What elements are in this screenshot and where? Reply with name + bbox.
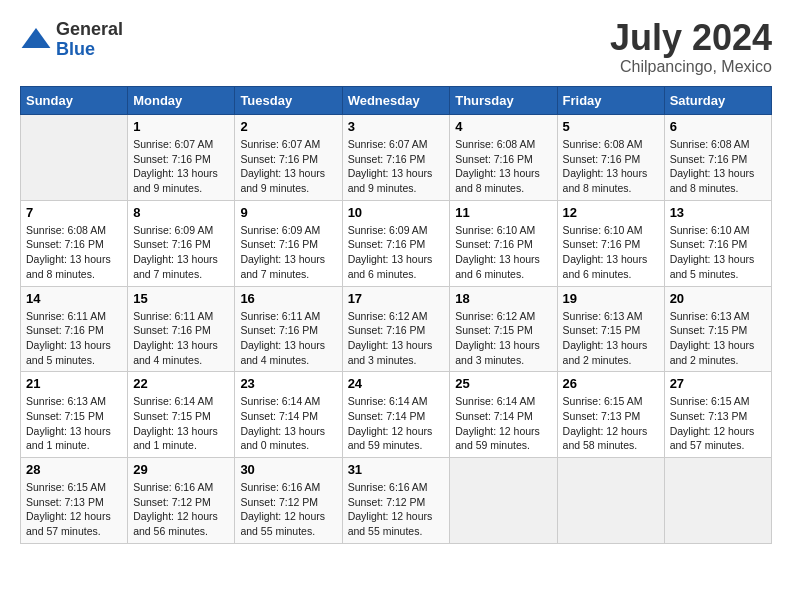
day-number: 6 (670, 119, 766, 134)
day-number: 20 (670, 291, 766, 306)
calendar-cell: 25Sunrise: 6:14 AM Sunset: 7:14 PM Dayli… (450, 372, 557, 458)
day-number: 11 (455, 205, 551, 220)
day-info: Sunrise: 6:15 AM Sunset: 7:13 PM Dayligh… (563, 394, 659, 453)
calendar-cell: 11Sunrise: 6:10 AM Sunset: 7:16 PM Dayli… (450, 200, 557, 286)
day-info: Sunrise: 6:14 AM Sunset: 7:14 PM Dayligh… (455, 394, 551, 453)
day-info: Sunrise: 6:09 AM Sunset: 7:16 PM Dayligh… (240, 223, 336, 282)
calendar-cell: 21Sunrise: 6:13 AM Sunset: 7:15 PM Dayli… (21, 372, 128, 458)
calendar-cell: 24Sunrise: 6:14 AM Sunset: 7:14 PM Dayli… (342, 372, 450, 458)
page-header: General Blue July 2024 Chilpancingo, Mex… (20, 20, 772, 76)
calendar-cell: 10Sunrise: 6:09 AM Sunset: 7:16 PM Dayli… (342, 200, 450, 286)
day-info: Sunrise: 6:13 AM Sunset: 7:15 PM Dayligh… (26, 394, 122, 453)
day-header-sunday: Sunday (21, 87, 128, 115)
day-info: Sunrise: 6:10 AM Sunset: 7:16 PM Dayligh… (455, 223, 551, 282)
calendar-week-1: 1Sunrise: 6:07 AM Sunset: 7:16 PM Daylig… (21, 115, 772, 201)
calendar-cell: 9Sunrise: 6:09 AM Sunset: 7:16 PM Daylig… (235, 200, 342, 286)
day-info: Sunrise: 6:07 AM Sunset: 7:16 PM Dayligh… (240, 137, 336, 196)
calendar-cell: 28Sunrise: 6:15 AM Sunset: 7:13 PM Dayli… (21, 458, 128, 544)
day-number: 19 (563, 291, 659, 306)
day-number: 15 (133, 291, 229, 306)
day-info: Sunrise: 6:14 AM Sunset: 7:14 PM Dayligh… (240, 394, 336, 453)
day-number: 27 (670, 376, 766, 391)
day-info: Sunrise: 6:16 AM Sunset: 7:12 PM Dayligh… (240, 480, 336, 539)
title-block: July 2024 Chilpancingo, Mexico (610, 20, 772, 76)
day-number: 1 (133, 119, 229, 134)
day-info: Sunrise: 6:11 AM Sunset: 7:16 PM Dayligh… (133, 309, 229, 368)
calendar-cell: 1Sunrise: 6:07 AM Sunset: 7:16 PM Daylig… (128, 115, 235, 201)
day-info: Sunrise: 6:07 AM Sunset: 7:16 PM Dayligh… (348, 137, 445, 196)
month-year: July 2024 (610, 20, 772, 56)
calendar-cell: 15Sunrise: 6:11 AM Sunset: 7:16 PM Dayli… (128, 286, 235, 372)
calendar-cell: 19Sunrise: 6:13 AM Sunset: 7:15 PM Dayli… (557, 286, 664, 372)
day-info: Sunrise: 6:11 AM Sunset: 7:16 PM Dayligh… (240, 309, 336, 368)
calendar-cell: 27Sunrise: 6:15 AM Sunset: 7:13 PM Dayli… (664, 372, 771, 458)
day-info: Sunrise: 6:12 AM Sunset: 7:16 PM Dayligh… (348, 309, 445, 368)
day-header-friday: Friday (557, 87, 664, 115)
day-info: Sunrise: 6:10 AM Sunset: 7:16 PM Dayligh… (563, 223, 659, 282)
day-number: 17 (348, 291, 445, 306)
day-number: 13 (670, 205, 766, 220)
calendar-cell: 8Sunrise: 6:09 AM Sunset: 7:16 PM Daylig… (128, 200, 235, 286)
calendar-week-2: 7Sunrise: 6:08 AM Sunset: 7:16 PM Daylig… (21, 200, 772, 286)
calendar-cell: 4Sunrise: 6:08 AM Sunset: 7:16 PM Daylig… (450, 115, 557, 201)
day-number: 3 (348, 119, 445, 134)
day-number: 22 (133, 376, 229, 391)
location: Chilpancingo, Mexico (610, 58, 772, 76)
day-info: Sunrise: 6:15 AM Sunset: 7:13 PM Dayligh… (26, 480, 122, 539)
day-number: 26 (563, 376, 659, 391)
day-number: 21 (26, 376, 122, 391)
calendar-cell (557, 458, 664, 544)
calendar-cell: 3Sunrise: 6:07 AM Sunset: 7:16 PM Daylig… (342, 115, 450, 201)
calendar-header-row: SundayMondayTuesdayWednesdayThursdayFrid… (21, 87, 772, 115)
day-info: Sunrise: 6:16 AM Sunset: 7:12 PM Dayligh… (348, 480, 445, 539)
day-number: 29 (133, 462, 229, 477)
calendar-cell: 17Sunrise: 6:12 AM Sunset: 7:16 PM Dayli… (342, 286, 450, 372)
day-info: Sunrise: 6:08 AM Sunset: 7:16 PM Dayligh… (455, 137, 551, 196)
day-info: Sunrise: 6:15 AM Sunset: 7:13 PM Dayligh… (670, 394, 766, 453)
day-info: Sunrise: 6:10 AM Sunset: 7:16 PM Dayligh… (670, 223, 766, 282)
calendar-cell: 29Sunrise: 6:16 AM Sunset: 7:12 PM Dayli… (128, 458, 235, 544)
calendar-cell: 13Sunrise: 6:10 AM Sunset: 7:16 PM Dayli… (664, 200, 771, 286)
calendar-cell: 2Sunrise: 6:07 AM Sunset: 7:16 PM Daylig… (235, 115, 342, 201)
day-number: 9 (240, 205, 336, 220)
day-info: Sunrise: 6:08 AM Sunset: 7:16 PM Dayligh… (670, 137, 766, 196)
calendar-cell (664, 458, 771, 544)
calendar-cell: 14Sunrise: 6:11 AM Sunset: 7:16 PM Dayli… (21, 286, 128, 372)
day-number: 28 (26, 462, 122, 477)
day-info: Sunrise: 6:14 AM Sunset: 7:15 PM Dayligh… (133, 394, 229, 453)
calendar-cell: 23Sunrise: 6:14 AM Sunset: 7:14 PM Dayli… (235, 372, 342, 458)
calendar-cell: 22Sunrise: 6:14 AM Sunset: 7:15 PM Dayli… (128, 372, 235, 458)
calendar-week-5: 28Sunrise: 6:15 AM Sunset: 7:13 PM Dayli… (21, 458, 772, 544)
logo-text: General Blue (56, 20, 123, 60)
day-info: Sunrise: 6:16 AM Sunset: 7:12 PM Dayligh… (133, 480, 229, 539)
logo-icon (20, 24, 52, 56)
calendar-cell: 26Sunrise: 6:15 AM Sunset: 7:13 PM Dayli… (557, 372, 664, 458)
day-info: Sunrise: 6:11 AM Sunset: 7:16 PM Dayligh… (26, 309, 122, 368)
calendar-cell (450, 458, 557, 544)
day-info: Sunrise: 6:12 AM Sunset: 7:15 PM Dayligh… (455, 309, 551, 368)
calendar-cell: 12Sunrise: 6:10 AM Sunset: 7:16 PM Dayli… (557, 200, 664, 286)
day-header-saturday: Saturday (664, 87, 771, 115)
calendar-cell: 20Sunrise: 6:13 AM Sunset: 7:15 PM Dayli… (664, 286, 771, 372)
calendar-table: SundayMondayTuesdayWednesdayThursdayFrid… (20, 86, 772, 544)
day-number: 30 (240, 462, 336, 477)
day-number: 10 (348, 205, 445, 220)
day-number: 24 (348, 376, 445, 391)
day-info: Sunrise: 6:09 AM Sunset: 7:16 PM Dayligh… (133, 223, 229, 282)
day-info: Sunrise: 6:13 AM Sunset: 7:15 PM Dayligh… (670, 309, 766, 368)
day-number: 14 (26, 291, 122, 306)
day-number: 31 (348, 462, 445, 477)
day-number: 7 (26, 205, 122, 220)
day-number: 23 (240, 376, 336, 391)
day-info: Sunrise: 6:09 AM Sunset: 7:16 PM Dayligh… (348, 223, 445, 282)
calendar-cell: 16Sunrise: 6:11 AM Sunset: 7:16 PM Dayli… (235, 286, 342, 372)
calendar-week-4: 21Sunrise: 6:13 AM Sunset: 7:15 PM Dayli… (21, 372, 772, 458)
day-info: Sunrise: 6:08 AM Sunset: 7:16 PM Dayligh… (563, 137, 659, 196)
day-header-thursday: Thursday (450, 87, 557, 115)
day-number: 12 (563, 205, 659, 220)
calendar-cell: 6Sunrise: 6:08 AM Sunset: 7:16 PM Daylig… (664, 115, 771, 201)
calendar-cell: 18Sunrise: 6:12 AM Sunset: 7:15 PM Dayli… (450, 286, 557, 372)
calendar-cell: 31Sunrise: 6:16 AM Sunset: 7:12 PM Dayli… (342, 458, 450, 544)
calendar-cell: 7Sunrise: 6:08 AM Sunset: 7:16 PM Daylig… (21, 200, 128, 286)
day-number: 16 (240, 291, 336, 306)
